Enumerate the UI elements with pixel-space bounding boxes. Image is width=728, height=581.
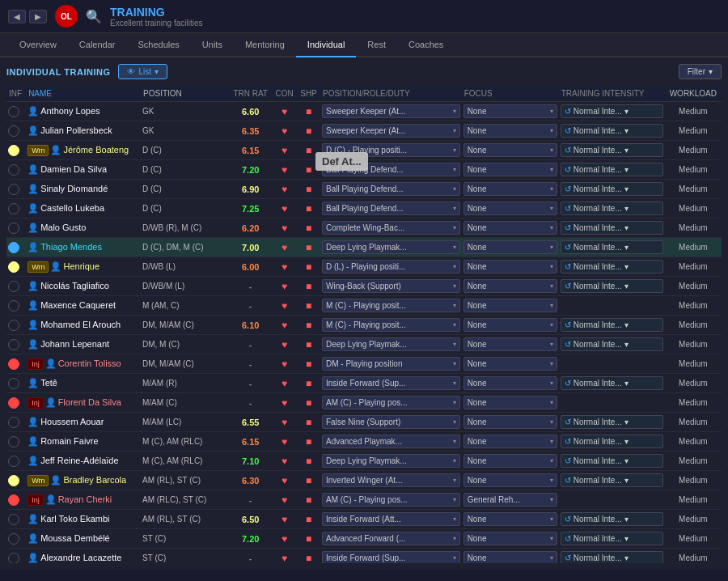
- intensity-dropdown[interactable]: ↺Normal Inte...▾: [561, 473, 663, 487]
- focus-dropdown[interactable]: None▾: [463, 415, 557, 429]
- focus-dropdown[interactable]: None▾: [463, 318, 557, 332]
- player-name[interactable]: Maxence Caqueret: [40, 300, 116, 310]
- tab-mentoring[interactable]: Mentoring: [234, 33, 296, 57]
- player-name[interactable]: Florent Da Silva: [58, 397, 121, 407]
- player-name[interactable]: Jérôme Boateng: [63, 145, 129, 155]
- prd-dropdown[interactable]: False Nine (Support)▾: [322, 415, 460, 429]
- intensity-dropdown[interactable]: ↺Normal Inte...▾: [561, 240, 663, 254]
- prd-dropdown[interactable]: AM (C) - Playing pos...▾: [322, 493, 460, 507]
- search-icon[interactable]: 🔍: [86, 9, 102, 24]
- player-name[interactable]: Bradley Barcola: [63, 475, 126, 485]
- player-name[interactable]: Nicolás Tagliafico: [40, 281, 109, 290]
- tab-rest[interactable]: Rest: [356, 33, 397, 57]
- focus-dropdown[interactable]: None▾: [463, 182, 557, 196]
- player-name[interactable]: Mohamed El Arouch: [40, 320, 121, 329]
- player-name[interactable]: Houssem Aouar: [40, 417, 104, 426]
- intensity-dropdown[interactable]: ↺Normal Inte...▾: [561, 201, 663, 215]
- intensity-dropdown[interactable]: ↺Normal Inte...▾: [561, 260, 663, 274]
- focus-dropdown[interactable]: None▾: [463, 201, 557, 215]
- tab-schedules[interactable]: Schedules: [126, 33, 190, 57]
- focus-dropdown[interactable]: None▾: [463, 337, 557, 351]
- focus-dropdown[interactable]: None▾: [463, 512, 557, 526]
- prd-dropdown[interactable]: Inside Forward (Sup...▾: [322, 551, 460, 563]
- filter-button[interactable]: Filter ▾: [679, 64, 722, 79]
- prd-dropdown[interactable]: DM - Playing position▾: [322, 357, 460, 371]
- focus-dropdown[interactable]: None▾: [463, 435, 557, 448]
- player-name[interactable]: Corentin Tolisso: [58, 358, 121, 368]
- focus-dropdown[interactable]: None▾: [463, 260, 557, 274]
- prd-dropdown[interactable]: M (C) - Playing posit...▾: [322, 299, 460, 312]
- tab-overview[interactable]: Overview: [8, 33, 68, 57]
- tab-coaches[interactable]: Coaches: [397, 33, 455, 57]
- player-name[interactable]: Moussa Dembélé: [40, 533, 110, 543]
- focus-dropdown[interactable]: None▾: [463, 163, 557, 176]
- focus-dropdown[interactable]: None▾: [463, 124, 557, 138]
- focus-dropdown[interactable]: None▾: [463, 299, 557, 312]
- focus-dropdown[interactable]: None▾: [463, 104, 557, 118]
- intensity-dropdown[interactable]: ↺Normal Inte...▾: [561, 163, 663, 176]
- player-name[interactable]: Karl Toko Ekambi: [40, 514, 109, 524]
- prd-dropdown[interactable]: Ball Playing Defend...▾: [322, 163, 460, 176]
- intensity-dropdown[interactable]: ↺Normal Inte...▾: [561, 435, 663, 448]
- intensity-dropdown[interactable]: ↺Normal Inte...▾: [561, 104, 663, 118]
- focus-dropdown[interactable]: None▾: [463, 454, 557, 468]
- prd-dropdown[interactable]: Sweeper Keeper (At...▾: [322, 104, 460, 118]
- intensity-dropdown[interactable]: ↺Normal Inte...▾: [561, 124, 663, 138]
- player-name[interactable]: Malo Gusto: [40, 223, 86, 232]
- forward-button[interactable]: ▶: [29, 10, 47, 23]
- intensity-dropdown[interactable]: ↺Normal Inte...▾: [561, 318, 663, 332]
- prd-dropdown[interactable]: Complete Wing-Bac...▾: [322, 221, 460, 235]
- player-name[interactable]: Julian Pollersbeck: [40, 125, 112, 135]
- prd-dropdown[interactable]: Deep Lying Playmak...▾: [322, 240, 460, 254]
- player-name[interactable]: Jeff Reine-Adélaïde: [40, 456, 118, 465]
- player-name[interactable]: Johann Lepenant: [40, 339, 109, 349]
- focus-dropdown[interactable]: None▾: [463, 221, 557, 235]
- focus-dropdown[interactable]: None▾: [463, 357, 557, 371]
- player-name[interactable]: Tetê: [40, 378, 57, 388]
- back-button[interactable]: ◀: [8, 10, 26, 23]
- tab-calendar[interactable]: Calendar: [68, 33, 127, 57]
- prd-dropdown[interactable]: Advanced Forward (...▾: [322, 532, 460, 545]
- prd-dropdown[interactable]: Inside Forward (Sup...▾: [322, 376, 460, 390]
- intensity-dropdown[interactable]: ↺Normal Inte...▾: [561, 143, 663, 157]
- player-name[interactable]: Rayan Cherki: [58, 494, 112, 504]
- intensity-dropdown[interactable]: ↺Normal Inte...▾: [561, 279, 663, 293]
- player-name[interactable]: Castello Lukeba: [40, 203, 104, 213]
- prd-dropdown[interactable]: Advanced Playmak...▾: [322, 435, 460, 448]
- prd-dropdown[interactable]: D (C) - Playing positi...▾: [322, 143, 460, 157]
- player-name[interactable]: Damien Da Silva: [40, 164, 107, 174]
- focus-dropdown[interactable]: None▾: [463, 532, 557, 545]
- focus-dropdown[interactable]: None▾: [463, 551, 557, 563]
- list-view-button[interactable]: 👁 List ▾: [118, 64, 167, 79]
- player-name[interactable]: Sinaly Diomandé: [40, 184, 108, 193]
- intensity-dropdown[interactable]: ↺Normal Inte...▾: [561, 551, 663, 563]
- player-name[interactable]: Henrique: [63, 261, 99, 271]
- intensity-dropdown[interactable]: ↺Normal Inte...▾: [561, 512, 663, 526]
- focus-dropdown[interactable]: None▾: [463, 473, 557, 487]
- intensity-dropdown[interactable]: ↺Normal Inte...▾: [561, 182, 663, 196]
- focus-dropdown[interactable]: None▾: [463, 396, 557, 409]
- prd-dropdown[interactable]: Deep Lying Playmak...▾: [322, 337, 460, 351]
- focus-dropdown[interactable]: None▾: [463, 279, 557, 293]
- intensity-dropdown[interactable]: ↺Normal Inte...▾: [561, 532, 663, 545]
- intensity-dropdown[interactable]: ↺Normal Inte...▾: [561, 221, 663, 235]
- focus-dropdown[interactable]: General Reh...▾: [463, 493, 557, 507]
- prd-dropdown[interactable]: Deep Lying Playmak...▾: [322, 454, 460, 468]
- intensity-dropdown[interactable]: ↺Normal Inte...▾: [561, 415, 663, 429]
- focus-dropdown[interactable]: None▾: [463, 143, 557, 157]
- col-header-position[interactable]: POSITION: [141, 86, 229, 102]
- prd-dropdown[interactable]: Inverted Winger (At...▾: [322, 473, 460, 487]
- prd-dropdown[interactable]: AM (C) - Playing pos...▾: [322, 396, 460, 409]
- tab-individual[interactable]: Individual: [296, 33, 356, 57]
- focus-dropdown[interactable]: None▾: [463, 376, 557, 390]
- tab-units[interactable]: Units: [191, 33, 234, 57]
- player-name[interactable]: Anthony Lopes: [40, 106, 99, 116]
- player-name[interactable]: Romain Faivre: [40, 436, 99, 446]
- prd-dropdown[interactable]: Ball Playing Defend...▾: [322, 201, 460, 215]
- intensity-dropdown[interactable]: ↺Normal Inte...▾: [561, 454, 663, 468]
- prd-dropdown[interactable]: Sweeper Keeper (At...▾: [322, 124, 460, 138]
- intensity-dropdown[interactable]: ↺Normal Inte...▾: [561, 376, 663, 390]
- prd-dropdown[interactable]: M (C) - Playing posit...▾: [322, 318, 460, 332]
- prd-dropdown[interactable]: D (L) - Playing positi...▾: [322, 260, 460, 274]
- player-name[interactable]: Alexandre Lacazette: [40, 553, 121, 562]
